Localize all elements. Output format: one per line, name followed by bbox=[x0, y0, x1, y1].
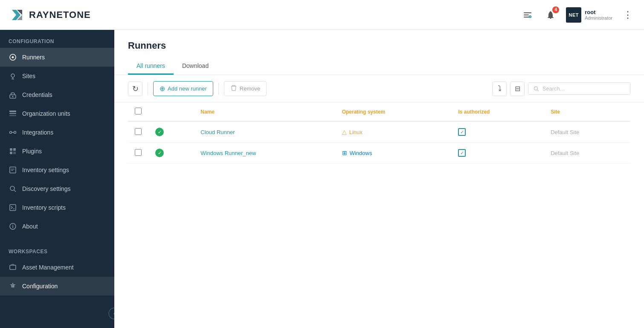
row1-os-cell: △ Linux bbox=[335, 121, 452, 143]
columns-btn[interactable]: ⊟ bbox=[510, 82, 525, 96]
header-authorized[interactable]: Is authorized bbox=[451, 102, 544, 121]
svg-point-23 bbox=[12, 225, 13, 226]
credentials-icon bbox=[9, 91, 17, 99]
runners-icon bbox=[9, 53, 17, 62]
row1-site-text: Default Site bbox=[551, 129, 579, 135]
tabs-container: All runners Download bbox=[128, 58, 630, 75]
sidebar-item-configuration-ws[interactable]: Configuration bbox=[0, 277, 114, 296]
delete-icon bbox=[230, 85, 237, 93]
notifications-btn[interactable]: 4 bbox=[543, 7, 558, 23]
row1-authorized-check: ✓ bbox=[458, 128, 466, 136]
divider-1 bbox=[148, 83, 148, 95]
row2-authorized-check: ✓ bbox=[458, 149, 466, 157]
page-title: Runners bbox=[128, 40, 630, 51]
header-status-col bbox=[148, 102, 194, 121]
header-site[interactable]: Site bbox=[544, 102, 630, 121]
sidebar-item-credentials[interactable]: Credentials bbox=[0, 85, 114, 104]
svg-rect-15 bbox=[10, 148, 12, 151]
sidebar-item-about[interactable]: About bbox=[0, 217, 114, 236]
row2-name-link[interactable]: Windows Runner_new bbox=[200, 150, 256, 156]
asset-management-icon bbox=[9, 263, 17, 272]
user-role: Administrator bbox=[585, 15, 612, 20]
svg-point-13 bbox=[10, 132, 12, 134]
row2-os-cell: ⊞ Windows bbox=[335, 143, 452, 164]
sidebar-item-inventory-settings[interactable]: Inventory settings bbox=[0, 161, 114, 179]
svg-point-20 bbox=[10, 186, 15, 190]
row1-status-dot: ✓ bbox=[155, 128, 164, 136]
row1-status-cell: ✓ bbox=[148, 121, 194, 143]
menu-icon-btn[interactable] bbox=[520, 7, 535, 23]
configuration-ws-icon bbox=[9, 282, 17, 290]
svg-rect-11 bbox=[9, 113, 16, 114]
user-info[interactable]: NET root Administrator bbox=[566, 7, 612, 23]
sidebar-workspaces-label: Workspaces bbox=[0, 240, 114, 258]
discovery-settings-label: Discovery settings bbox=[22, 185, 71, 192]
linux-icon: △ bbox=[342, 129, 347, 135]
header-os[interactable]: Operating system bbox=[335, 102, 452, 121]
asset-management-label: Asset Management bbox=[22, 264, 74, 271]
add-runner-btn[interactable]: ⊕ Add new runner bbox=[153, 81, 213, 96]
import-btn[interactable]: ⤵ bbox=[492, 82, 507, 96]
table-container: Name Operating system Is authorized Site… bbox=[114, 102, 644, 328]
table-row: ✓ Cloud Runner △ Linux ✓ bbox=[128, 121, 630, 143]
toolbar: ↻ ⊕ Add new runner Remove ⤵ ⊟ bbox=[114, 75, 644, 102]
row1-checkbox[interactable] bbox=[135, 128, 142, 135]
svg-rect-12 bbox=[9, 115, 16, 116]
inventory-settings-label: Inventory settings bbox=[22, 167, 69, 173]
sidebar-item-integrations[interactable]: Integrations bbox=[0, 123, 114, 142]
svg-point-26 bbox=[534, 87, 537, 90]
sidebar-item-inventory-scripts[interactable]: Inventory scripts bbox=[0, 198, 114, 217]
row2-name-cell: Windows Runner_new bbox=[194, 143, 335, 164]
sidebar-item-org-units[interactable]: Organization units bbox=[0, 104, 114, 123]
sidebar-collapse-btn[interactable]: ‹ bbox=[108, 308, 114, 319]
sidebar-item-runners[interactable]: Runners bbox=[0, 48, 114, 67]
remove-btn[interactable]: Remove bbox=[224, 81, 267, 96]
row1-site-cell: Default Site bbox=[544, 121, 630, 143]
runners-table: Name Operating system Is authorized Site… bbox=[128, 102, 630, 164]
svg-point-14 bbox=[14, 132, 16, 134]
org-units-label: Organization units bbox=[22, 110, 70, 117]
more-options-btn[interactable]: ⋮ bbox=[620, 7, 635, 23]
row2-os-label: Windows bbox=[350, 150, 372, 156]
select-all-checkbox[interactable] bbox=[135, 108, 142, 114]
remove-label: Remove bbox=[240, 85, 260, 92]
svg-rect-19 bbox=[10, 167, 16, 173]
integrations-label: Integrations bbox=[22, 129, 53, 136]
sidebar-item-plugins[interactable]: Plugins bbox=[0, 142, 114, 161]
row2-site-text: Default Site bbox=[551, 150, 579, 156]
table-row: ✓ Windows Runner_new ⊞ Windows ✓ bbox=[128, 143, 630, 164]
sidebar-item-discovery-settings[interactable]: Discovery settings bbox=[0, 179, 114, 198]
topbar-right: 4 NET root Administrator ⋮ bbox=[520, 7, 635, 23]
row2-status-dot: ✓ bbox=[155, 149, 164, 157]
header-name[interactable]: Name bbox=[194, 102, 335, 121]
search-icon bbox=[534, 86, 539, 92]
topbar: RAYNETONE 4 NET root Administrator bbox=[0, 0, 644, 30]
plugins-icon bbox=[9, 147, 17, 155]
row2-checkbox[interactable] bbox=[135, 149, 142, 156]
search-input[interactable] bbox=[542, 85, 625, 92]
row1-os-badge: △ Linux bbox=[342, 129, 445, 135]
tab-download[interactable]: Download bbox=[174, 58, 217, 75]
header-checkbox-col bbox=[128, 102, 148, 121]
user-avatar: NET bbox=[566, 7, 581, 23]
user-details: root Administrator bbox=[585, 9, 612, 20]
refresh-btn[interactable]: ↻ bbox=[128, 82, 142, 96]
row2-site-cell: Default Site bbox=[544, 143, 630, 164]
inventory-scripts-icon bbox=[9, 203, 17, 212]
sidebar-config-label: Configuration bbox=[0, 30, 114, 48]
sidebar-item-sites[interactable]: Sites bbox=[0, 67, 114, 85]
row1-os-label: Linux bbox=[349, 129, 363, 135]
svg-rect-2 bbox=[524, 15, 529, 15]
add-runner-label: Add new runner bbox=[168, 85, 207, 92]
row1-authorized-cell: ✓ bbox=[451, 121, 544, 143]
svg-rect-10 bbox=[9, 111, 16, 112]
svg-rect-16 bbox=[13, 148, 16, 151]
sites-label: Sites bbox=[22, 73, 35, 79]
sidebar-item-asset-management[interactable]: Asset Management bbox=[0, 258, 114, 277]
discovery-settings-icon bbox=[9, 184, 17, 193]
tab-all-runners[interactable]: All runners bbox=[128, 58, 174, 75]
add-icon: ⊕ bbox=[160, 85, 165, 93]
row1-name-cell: Cloud Runner bbox=[194, 121, 335, 143]
org-units-icon bbox=[9, 109, 17, 118]
row1-name-link[interactable]: Cloud Runner bbox=[200, 129, 235, 135]
